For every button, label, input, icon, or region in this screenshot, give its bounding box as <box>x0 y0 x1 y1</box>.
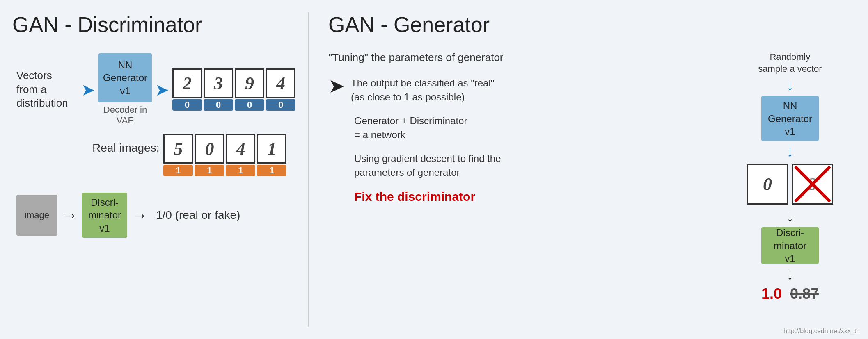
website-label: http://blog.csdn.net/xxx_th <box>783 328 860 335</box>
discrim-v1-label: Discri-minatorv1 <box>774 226 806 265</box>
discriminator-label: Discri-minatorv1 <box>88 196 121 234</box>
objective2-text: Generator + Discriminator= a network <box>354 114 467 141</box>
arrow-down-2: ↓ <box>786 143 794 160</box>
arrow-down-3: ↓ <box>786 208 794 225</box>
cross-icon <box>793 165 832 203</box>
arrow-to-output: → <box>131 206 148 225</box>
real-images-section: Real images: 5 0 4 1 1 1 1 1 <box>92 134 295 176</box>
tuning-text: "Tuning" the parameters of generator <box>328 51 724 64</box>
arrow-down-4: ↓ <box>786 266 794 283</box>
output-label: 1/0 (real or fake) <box>156 209 240 222</box>
label-1-1: 1 <box>163 165 193 176</box>
generator-text-col: "Tuning" the parameters of generator ➤ T… <box>328 51 724 303</box>
randomly-label: Randomlysample a vector <box>758 51 822 75</box>
real-digit-row: 5 0 4 1 <box>163 134 286 164</box>
right-panel: GAN - Generator "Tuning" the parameters … <box>308 0 868 339</box>
right-title: GAN - Generator <box>328 12 856 37</box>
generated-digits-group: 2 3 9 4 0 0 0 0 <box>172 68 295 111</box>
real-digit-5: 5 <box>163 134 193 164</box>
objective2-item: Generator + Discriminator= a network <box>328 114 724 141</box>
digit-2: 2 <box>172 68 202 98</box>
discrim-v1-box: Discri-minatorv1 <box>761 227 819 264</box>
slide: GAN - Discriminator Vectors from a distr… <box>0 0 868 339</box>
output-pair: 0 3 <box>747 164 833 205</box>
generator-diagram-col: Randomlysample a vector ↓ NNGeneratorv1 … <box>724 51 856 303</box>
arrow-to-discrim: → <box>62 206 78 225</box>
label-0-2: 0 <box>204 99 233 111</box>
output-digit-real: 0 <box>747 164 788 205</box>
vectors-label: Vectors from a distribution <box>16 69 76 110</box>
real-digit-4: 4 <box>226 134 255 164</box>
score-row: 1.0 0.87 <box>761 285 819 303</box>
digit-4g: 4 <box>266 68 295 98</box>
real-images-label: Real images: <box>92 141 159 155</box>
nn-gen-label: NNGeneratorv1 <box>768 99 812 138</box>
discriminator-bottom-row: image → Discri-minatorv1 → 1/0 (real or … <box>16 193 295 238</box>
objective1-text: The output be classified as "real"(as cl… <box>351 76 494 104</box>
arrow-to-nn: ➤ <box>81 80 95 99</box>
label-0-3: 0 <box>235 99 264 111</box>
left-panel: GAN - Discriminator Vectors from a distr… <box>0 0 308 339</box>
real-digit-1: 1 <box>257 134 286 164</box>
objective3-item: Using gradient descent to find theparame… <box>328 152 724 179</box>
score-good: 1.0 <box>761 285 782 303</box>
real-labels: 1 1 1 1 <box>163 165 286 176</box>
fix-text: Fix the discriminator <box>354 190 724 204</box>
nn-generator-label: NNGeneratorv1 <box>103 59 147 97</box>
decoder-label: Decoder in VAE <box>98 105 152 126</box>
arrow-objective1: ➤ <box>328 76 345 96</box>
right-inner: "Tuning" the parameters of generator ➤ T… <box>328 51 856 303</box>
digit-9: 9 <box>235 68 264 98</box>
objective1-item: ➤ The output be classified as "real"(as … <box>328 76 724 104</box>
generated-labels: 0 0 0 0 <box>172 99 295 111</box>
nn-generator-box: NNGeneratorv1 <box>98 53 152 102</box>
label-0-1: 0 <box>172 99 202 111</box>
label-0-4: 0 <box>266 99 295 111</box>
digit-3: 3 <box>204 68 233 98</box>
real-digit-0: 0 <box>195 134 224 164</box>
discriminator-top-row: Vectors from a distribution ➤ NNGenerato… <box>16 53 295 126</box>
label-1-2: 1 <box>195 165 224 176</box>
real-digits-group: 5 0 4 1 1 1 1 1 <box>163 134 286 176</box>
score-bad: 0.87 <box>790 285 819 303</box>
arrow-down-1: ↓ <box>786 77 794 94</box>
nn-gen-box: NNGeneratorv1 <box>761 96 819 141</box>
image-box: image <box>16 195 57 236</box>
discriminator-box: Discri-minatorv1 <box>82 193 127 238</box>
label-1-3: 1 <box>226 165 255 176</box>
generated-digit-row: 2 3 9 4 <box>172 68 295 98</box>
left-title: GAN - Discriminator <box>12 12 295 37</box>
label-1-4: 1 <box>257 165 286 176</box>
output-digit-fake: 3 <box>792 164 833 205</box>
arrow-to-digits: ➤ <box>155 80 169 99</box>
image-label: image <box>25 210 49 221</box>
objective3-text: Using gradient descent to find theparame… <box>354 152 501 179</box>
